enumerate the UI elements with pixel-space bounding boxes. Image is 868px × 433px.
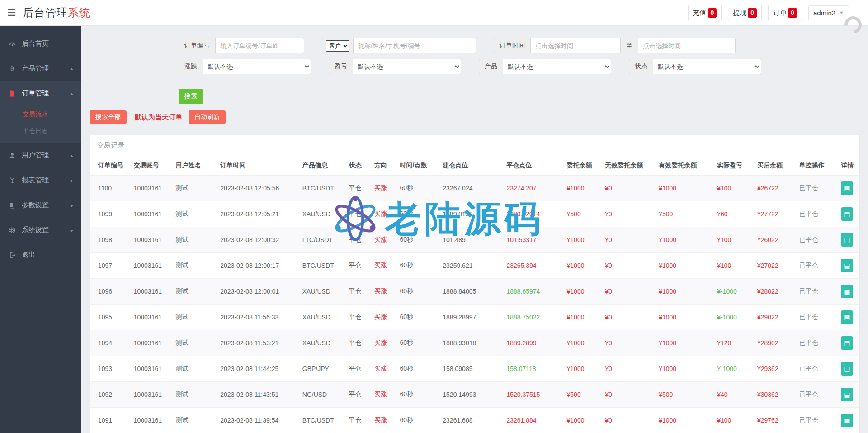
cell-valid: ¥1000: [655, 176, 713, 201]
cell-product: XAU/USD: [299, 330, 345, 356]
detail-button[interactable]: ▤: [841, 233, 853, 247]
cell-close: 1520.37515: [503, 382, 563, 408]
trade-records-table: 订单编号交易账号用户姓名订单时间产品信息状态方向时间/点数建仓点位平仓点位委托余…: [90, 156, 859, 433]
filter-select[interactable]: 默认不选: [353, 59, 461, 74]
cell-after: ¥28022: [754, 279, 796, 305]
hamburger-menu-icon[interactable]: ☰: [7, 7, 23, 19]
cell-entrust: ¥1000: [563, 408, 602, 433]
column-header: 建仓点位: [439, 156, 503, 176]
cell-invalid: ¥0: [601, 253, 655, 279]
cell-name: 测试: [172, 356, 217, 382]
detail-button[interactable]: ▤: [841, 414, 853, 427]
cell-control: 已平仓: [796, 253, 838, 279]
cell-valid: ¥1000: [655, 279, 713, 305]
cell-account: 10003161: [130, 227, 172, 253]
filter-select-group-状态: 状态 默认不选: [629, 59, 761, 74]
filter-select[interactable]: 默认不选: [203, 59, 311, 74]
cell-after: ¥26022: [754, 227, 796, 253]
sidebar-item-logout[interactable]: 退出: [0, 243, 81, 267]
detail-button[interactable]: ▤: [841, 285, 853, 298]
sidebar-item-params[interactable]: 参数设置 ▸: [0, 193, 81, 218]
cell-entrust: ¥1000: [563, 356, 602, 382]
sidebar-item-home[interactable]: 后台首页: [0, 31, 81, 56]
cell-close: 23274.207: [503, 176, 563, 201]
cell-detail: ▤: [837, 279, 859, 305]
sidebar-item-products[interactable]: 产品管理 ▸: [0, 56, 81, 81]
cell-control: 已平仓: [796, 305, 838, 330]
cell-entrust: ¥500: [563, 382, 602, 408]
search-button[interactable]: 搜索: [179, 89, 203, 104]
cell-after: ¥27022: [754, 253, 796, 279]
cell-no: 1092: [90, 382, 130, 408]
table-body: 110010003161测试2023-02-08 12:05:56BTC/USD…: [90, 176, 859, 433]
sidebar-subitem-trade-flow[interactable]: 交易流水: [0, 106, 81, 123]
cell-profit: ¥100: [713, 253, 754, 279]
cell-time: 2023-02-08 12:05:56: [217, 176, 298, 201]
cell-profit: ¥120: [713, 330, 754, 356]
cell-invalid: ¥0: [601, 201, 655, 227]
detail-button[interactable]: ▤: [841, 336, 853, 350]
cell-time: 2023-02-08 11:56:33: [217, 305, 298, 330]
customer-filter: 客户: [322, 38, 476, 53]
cell-name: 测试: [172, 382, 217, 408]
filter-select[interactable]: 默认不选: [653, 59, 761, 74]
detail-button[interactable]: ▤: [841, 259, 853, 272]
sidebar-subitem-close-log[interactable]: 平仓日志: [0, 123, 81, 139]
filter-select-group-涨跌: 涨跌 默认不选: [179, 59, 311, 74]
customer-type-select[interactable]: 客户: [326, 40, 349, 52]
time-to-label: 至: [621, 38, 638, 53]
cell-direction: 买涨: [371, 227, 396, 253]
panel-title: 交易记录: [90, 135, 859, 156]
customer-input[interactable]: [353, 38, 476, 53]
cell-time: 2023-02-08 12:05:21: [217, 201, 298, 227]
cell-time: 2023-02-08 12:00:01: [217, 279, 298, 305]
order-no-label: 订单编号: [179, 38, 215, 53]
cell-duration: 60秒: [396, 201, 439, 227]
cell-detail: ▤: [837, 201, 859, 227]
sidebar-item-users[interactable]: 用户管理 ▸: [0, 143, 81, 168]
column-header: 平仓点位: [503, 156, 563, 176]
nav-stat-button[interactable]: 提现 0: [728, 5, 762, 21]
time-to-input[interactable]: [638, 38, 736, 53]
cell-open: 1520.14993: [439, 382, 503, 408]
cell-close: 158.07118: [503, 356, 563, 382]
column-header: 无效委托余额: [601, 156, 655, 176]
nav-stat-button[interactable]: 订单 0: [768, 5, 802, 21]
detail-button[interactable]: ▤: [841, 388, 853, 401]
cell-time: 2023-02-08 11:39:54: [217, 408, 298, 433]
chevron-right-icon: ▸: [71, 202, 73, 209]
cell-control: 已平仓: [796, 176, 838, 201]
cell-invalid: ¥0: [601, 305, 655, 330]
time-from-input[interactable]: [530, 38, 621, 53]
cell-valid: ¥500: [655, 382, 713, 408]
filter-select[interactable]: 默认不选: [503, 59, 611, 74]
cell-entrust: ¥1000: [563, 227, 602, 253]
cell-account: 10003161: [130, 253, 172, 279]
table-row: 110010003161测试2023-02-08 12:05:56BTC/USD…: [90, 176, 859, 201]
cell-profit: ¥60: [713, 201, 754, 227]
sidebar-item-orders[interactable]: 订单管理 ▸: [0, 81, 81, 106]
detail-button[interactable]: ▤: [841, 181, 853, 195]
app-title-red: 系统: [68, 6, 90, 19]
auto-refresh-button[interactable]: 自动刷新: [189, 110, 226, 124]
cell-open: 23259.621: [439, 253, 503, 279]
sidebar-item-reports[interactable]: 报表管理 ▸: [0, 168, 81, 193]
detail-button[interactable]: ▤: [841, 310, 853, 324]
cell-status: 平仓: [345, 176, 371, 201]
cell-status: 平仓: [345, 305, 371, 330]
user-menu[interactable]: admin2 ▼: [808, 5, 849, 20]
nav-stat-button[interactable]: 充值 0: [688, 5, 722, 21]
cell-control: 已平仓: [796, 382, 838, 408]
column-header: 方向: [371, 156, 396, 176]
cell-close: 1889.02014: [503, 201, 563, 227]
cell-account: 10003161: [130, 305, 172, 330]
cell-duration: 60秒: [396, 330, 439, 356]
order-no-input[interactable]: [215, 38, 304, 53]
detail-button[interactable]: ▤: [841, 207, 853, 221]
detail-button[interactable]: ▤: [841, 362, 853, 376]
column-header: 买后余额: [754, 156, 796, 176]
cell-invalid: ¥0: [601, 330, 655, 356]
cell-account: 10003161: [130, 279, 172, 305]
search-all-button[interactable]: 搜索全部: [90, 110, 127, 124]
sidebar-item-system[interactable]: 系统设置 ▸: [0, 218, 81, 243]
